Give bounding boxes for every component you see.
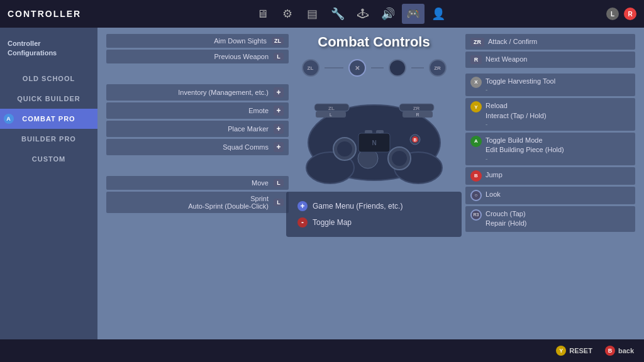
- crouch-label: Crouch (Tap)Repair (Hold): [486, 209, 526, 229]
- right-attack-confirm: ZR Attack / Confirm: [465, 34, 635, 50]
- control-emote: Emote +: [106, 102, 289, 119]
- aim-down-sights-badge: ZL: [272, 37, 284, 45]
- svg-text:L: L: [330, 112, 332, 117]
- sidebar-item-custom[interactable]: CUSTOM: [0, 149, 97, 169]
- inventory-badge: +: [274, 87, 284, 97]
- bottom-center-panel: + Game Menu (Friends, etc.) - Toggle Map: [286, 192, 462, 237]
- move-label: Move: [252, 179, 269, 187]
- zr-badge: ZR: [470, 38, 484, 47]
- x-badge: X: [470, 77, 482, 88]
- previous-weapon-label: Previous Weapon: [214, 53, 269, 60]
- look-badge: ○: [470, 190, 482, 201]
- control-move: Move L: [106, 176, 289, 190]
- reload-sublabel: -: [486, 121, 547, 128]
- squad-comms-badge: +: [274, 142, 284, 152]
- back-label: back: [618, 347, 634, 354]
- controller-buttons-row: ZL ✕ ZR: [302, 59, 447, 77]
- squad-comms-label: Squad Comms: [223, 143, 269, 151]
- right-harvesting-tool: X Toggle Harvesting Tool -: [465, 74, 635, 96]
- nav-display2-icon[interactable]: ▤: [301, 4, 324, 24]
- emote-label: Emote: [248, 107, 269, 114]
- zl-button: ZL: [302, 59, 319, 77]
- main-area: ControllerConfigurations OLD SCHOOL QUIC…: [0, 28, 644, 339]
- reset-label: RESET: [569, 347, 592, 354]
- previous-weapon-badge: L: [274, 53, 284, 60]
- footer: Y RESET B back: [0, 339, 644, 362]
- cross-button: ✕: [348, 59, 366, 77]
- back-badge: B: [605, 346, 615, 356]
- svg-text:ZL: ZL: [328, 106, 335, 111]
- move-badge: L: [274, 179, 284, 187]
- control-inventory: Inventory (Management, etc.) +: [106, 84, 289, 101]
- control-squad-comms: Squad Comms +: [106, 139, 289, 155]
- badge-r: R: [624, 8, 636, 20]
- nav-wrench-icon[interactable]: 🔧: [326, 4, 349, 24]
- emote-badge: +: [274, 106, 284, 116]
- svg-text:B: B: [413, 138, 416, 142]
- look-label: Look: [486, 190, 501, 199]
- right-jump: B Jump: [465, 167, 635, 185]
- sidebar-item-quick-builder[interactable]: QUICK BUILDER: [0, 89, 97, 109]
- combat-title: Combat Controls: [318, 34, 430, 50]
- controller-illustration: ZL ZR L R: [302, 86, 447, 187]
- r3-badge: R3: [470, 209, 482, 221]
- game-menu-label: Game Menu (Friends, etc.): [313, 202, 402, 211]
- sidebar: ControllerConfigurations OLD SCHOOL QUIC…: [0, 28, 97, 339]
- toggle-map-label: Toggle Map: [313, 218, 352, 227]
- back-button[interactable]: B back: [605, 346, 634, 356]
- sidebar-item-old-school[interactable]: OLD SCHOOL: [0, 69, 97, 89]
- sprint-badge: L: [274, 199, 284, 206]
- right-crouch: R3 Crouch (Tap)Repair (Hold): [465, 206, 635, 232]
- header-nav: 🖥 ⚙ ▤ 🔧 🕹 🔊 🎮 👤: [104, 4, 596, 24]
- badge-l: L: [606, 8, 619, 20]
- header-badges: L R: [606, 8, 636, 20]
- control-sprint: SprintAuto-Sprint (Double-Click) L: [106, 192, 289, 213]
- svg-point-14: [392, 151, 407, 166]
- inventory-label: Inventory (Management, etc.): [178, 89, 269, 96]
- harvesting-tool-label: Toggle Harvesting Tool: [486, 77, 555, 86]
- place-marker-badge: +: [274, 124, 284, 134]
- nav-user-icon[interactable]: 👤: [427, 4, 450, 24]
- stick-visual: [389, 59, 406, 77]
- aim-down-sights-label: Aim Down Sights: [214, 37, 267, 45]
- harvesting-tool-sublabel: -: [486, 86, 555, 93]
- app-title: CONTROLLER: [8, 9, 81, 19]
- right-controls-panel: ZR Attack / Confirm R Next Weapon X Togg…: [465, 34, 635, 234]
- header: CONTROLLER 🖥 ⚙ ▤ 🔧 🕹 🔊 🎮 👤 L R: [0, 0, 644, 28]
- nav-sound-icon[interactable]: 🔊: [377, 4, 399, 24]
- sidebar-header: ControllerConfigurations: [0, 34, 97, 69]
- nav-gamepad-icon[interactable]: 🎮: [402, 4, 425, 24]
- center-panel: Combat Controls ZL ✕ ZR: [286, 34, 462, 237]
- nav-settings-icon[interactable]: ⚙: [276, 4, 299, 24]
- zr-button: ZR: [429, 59, 447, 77]
- reset-button[interactable]: Y RESET: [556, 346, 592, 356]
- plus-icon: +: [297, 201, 308, 211]
- y-badge: Y: [470, 101, 482, 112]
- svg-text:R: R: [416, 112, 419, 117]
- reset-badge: Y: [556, 346, 566, 356]
- sprint-label: SprintAuto-Sprint (Double-Click): [188, 195, 269, 210]
- content-area: Aim Down Sights ZL Previous Weapon L Inv…: [97, 28, 644, 339]
- b-badge: B: [470, 170, 482, 182]
- place-marker-label: Place Marker: [228, 125, 269, 133]
- nav-controller2-icon[interactable]: 🕹: [352, 4, 374, 24]
- control-previous-weapon: Previous Weapon L: [106, 50, 289, 63]
- right-next-weapon: R Next Weapon: [465, 52, 635, 67]
- control-aim-down-sights: Aim Down Sights ZL: [106, 34, 289, 48]
- control-place-marker: Place Marker +: [106, 121, 289, 137]
- build-mode-label: Toggle Build ModeEdit Building Piece (Ho…: [486, 136, 564, 155]
- svg-text:N: N: [372, 140, 376, 146]
- r-badge: R: [470, 55, 482, 64]
- left-controls-panel: Aim Down Sights ZL Previous Weapon L Inv…: [106, 34, 289, 215]
- svg-text:ZR: ZR: [413, 106, 419, 111]
- attack-confirm-label: Attack / Confirm: [488, 37, 537, 47]
- nav-display-icon[interactable]: 🖥: [251, 4, 274, 24]
- next-weapon-label: Next Weapon: [486, 55, 527, 64]
- toggle-map-row: - Toggle Map: [295, 214, 453, 231]
- sidebar-item-combat-pro[interactable]: COMBAT PRO: [0, 109, 97, 129]
- reload-label: ReloadInteract (Tap / Hold): [486, 101, 547, 121]
- right-reload: Y ReloadInteract (Tap / Hold) -: [465, 98, 635, 131]
- svg-point-12: [337, 141, 352, 156]
- right-build-mode: A Toggle Build ModeEdit Building Piece (…: [465, 133, 635, 165]
- sidebar-item-builder-pro[interactable]: BUILDER PRO: [0, 129, 97, 149]
